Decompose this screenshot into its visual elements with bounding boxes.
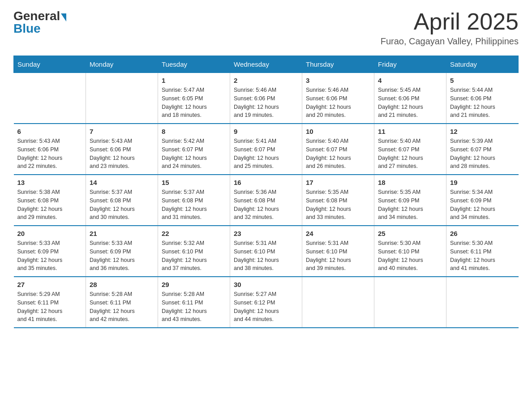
day-number: 29 (162, 281, 226, 288)
day-cell: 13Sunrise: 5:38 AMSunset: 6:08 PMDayligh… (14, 175, 86, 226)
day-info: Sunrise: 5:38 AMSunset: 6:08 PMDaylight:… (17, 189, 63, 220)
day-number: 23 (234, 230, 298, 237)
header-row: SundayMondayTuesdayWednesdayThursdayFrid… (14, 56, 519, 73)
header-cell-saturday: Saturday (446, 56, 519, 73)
week-row-4: 20Sunrise: 5:33 AMSunset: 6:09 PMDayligh… (14, 226, 519, 277)
day-info: Sunrise: 5:34 AMSunset: 6:09 PMDaylight:… (450, 189, 495, 220)
header-cell-thursday: Thursday (302, 56, 374, 73)
day-info: Sunrise: 5:37 AMSunset: 6:08 PMDaylight:… (90, 189, 135, 220)
header-cell-tuesday: Tuesday (158, 56, 230, 73)
day-info: Sunrise: 5:37 AMSunset: 6:08 PMDaylight:… (162, 189, 207, 220)
day-number: 1 (162, 77, 226, 84)
day-cell: 20Sunrise: 5:33 AMSunset: 6:09 PMDayligh… (14, 226, 86, 277)
day-info: Sunrise: 5:30 AMSunset: 6:10 PMDaylight:… (378, 240, 423, 271)
calendar-body: 1Sunrise: 5:47 AMSunset: 6:05 PMDaylight… (14, 73, 519, 328)
day-number: 7 (90, 128, 154, 135)
day-number: 17 (306, 179, 370, 186)
day-cell: 23Sunrise: 5:31 AMSunset: 6:10 PMDayligh… (230, 226, 302, 277)
day-number: 10 (306, 128, 370, 135)
day-info: Sunrise: 5:40 AMSunset: 6:07 PMDaylight:… (378, 138, 423, 169)
day-number: 12 (450, 128, 515, 135)
day-number: 14 (90, 179, 154, 186)
day-cell: 8Sunrise: 5:42 AMSunset: 6:07 PMDaylight… (158, 124, 230, 175)
day-cell: 15Sunrise: 5:37 AMSunset: 6:08 PMDayligh… (158, 175, 230, 226)
day-cell: 4Sunrise: 5:45 AMSunset: 6:06 PMDaylight… (374, 73, 446, 124)
day-number: 28 (90, 281, 154, 288)
day-cell: 27Sunrise: 5:29 AMSunset: 6:11 PMDayligh… (14, 277, 86, 328)
header-cell-sunday: Sunday (14, 56, 86, 73)
day-info: Sunrise: 5:44 AMSunset: 6:06 PMDaylight:… (450, 87, 495, 118)
day-cell (86, 73, 158, 124)
day-number: 2 (234, 77, 298, 84)
logo-blue: Blue (13, 21, 41, 36)
day-number: 15 (162, 179, 226, 186)
day-info: Sunrise: 5:30 AMSunset: 6:11 PMDaylight:… (450, 240, 495, 271)
day-info: Sunrise: 5:43 AMSunset: 6:06 PMDaylight:… (17, 138, 63, 169)
day-info: Sunrise: 5:28 AMSunset: 6:11 PMDaylight:… (162, 291, 207, 322)
day-info: Sunrise: 5:33 AMSunset: 6:09 PMDaylight:… (90, 240, 135, 271)
day-number: 6 (17, 128, 82, 135)
calendar-header: SundayMondayTuesdayWednesdayThursdayFrid… (14, 56, 519, 73)
day-cell: 30Sunrise: 5:27 AMSunset: 6:12 PMDayligh… (230, 277, 302, 328)
day-info: Sunrise: 5:42 AMSunset: 6:07 PMDaylight:… (162, 138, 207, 169)
day-number: 25 (378, 230, 442, 237)
day-cell: 25Sunrise: 5:30 AMSunset: 6:10 PMDayligh… (374, 226, 446, 277)
day-cell: 19Sunrise: 5:34 AMSunset: 6:09 PMDayligh… (446, 175, 519, 226)
day-number: 21 (90, 230, 154, 237)
calendar-table: SundayMondayTuesdayWednesdayThursdayFrid… (13, 56, 519, 328)
day-cell: 28Sunrise: 5:28 AMSunset: 6:11 PMDayligh… (86, 277, 158, 328)
day-info: Sunrise: 5:27 AMSunset: 6:12 PMDaylight:… (234, 291, 279, 322)
day-info: Sunrise: 5:46 AMSunset: 6:06 PMDaylight:… (306, 87, 351, 118)
day-info: Sunrise: 5:31 AMSunset: 6:10 PMDaylight:… (234, 240, 279, 271)
day-number: 24 (306, 230, 370, 237)
day-number: 4 (378, 77, 442, 84)
day-info: Sunrise: 5:35 AMSunset: 6:09 PMDaylight:… (378, 189, 423, 220)
header-cell-wednesday: Wednesday (230, 56, 302, 73)
day-info: Sunrise: 5:29 AMSunset: 6:11 PMDaylight:… (17, 291, 63, 322)
day-cell: 21Sunrise: 5:33 AMSunset: 6:09 PMDayligh… (86, 226, 158, 277)
day-number: 13 (17, 179, 82, 186)
day-info: Sunrise: 5:32 AMSunset: 6:10 PMDaylight:… (162, 240, 207, 271)
day-cell (446, 277, 519, 328)
header-cell-friday: Friday (374, 56, 446, 73)
week-row-5: 27Sunrise: 5:29 AMSunset: 6:11 PMDayligh… (14, 277, 519, 328)
week-row-2: 6Sunrise: 5:43 AMSunset: 6:06 PMDaylight… (14, 124, 519, 175)
day-info: Sunrise: 5:31 AMSunset: 6:10 PMDaylight:… (306, 240, 351, 271)
day-cell (14, 73, 86, 124)
header-cell-monday: Monday (86, 56, 158, 73)
day-info: Sunrise: 5:40 AMSunset: 6:07 PMDaylight:… (306, 138, 351, 169)
day-cell: 29Sunrise: 5:28 AMSunset: 6:11 PMDayligh… (158, 277, 230, 328)
day-cell: 1Sunrise: 5:47 AMSunset: 6:05 PMDaylight… (158, 73, 230, 124)
day-cell: 26Sunrise: 5:30 AMSunset: 6:11 PMDayligh… (446, 226, 519, 277)
day-cell: 11Sunrise: 5:40 AMSunset: 6:07 PMDayligh… (374, 124, 446, 175)
day-number: 11 (378, 128, 442, 135)
day-info: Sunrise: 5:45 AMSunset: 6:06 PMDaylight:… (378, 87, 423, 118)
location-title: Furao, Cagayan Valley, Philippines (381, 36, 519, 47)
day-info: Sunrise: 5:36 AMSunset: 6:08 PMDaylight:… (234, 189, 279, 220)
day-cell: 16Sunrise: 5:36 AMSunset: 6:08 PMDayligh… (230, 175, 302, 226)
day-info: Sunrise: 5:43 AMSunset: 6:06 PMDaylight:… (90, 138, 135, 169)
day-number: 22 (162, 230, 226, 237)
day-info: Sunrise: 5:47 AMSunset: 6:05 PMDaylight:… (162, 87, 207, 118)
day-cell: 3Sunrise: 5:46 AMSunset: 6:06 PMDaylight… (302, 73, 374, 124)
page-header: General Blue April 2025 Furao, Cagayan V… (13, 9, 519, 47)
logo: General Blue (13, 9, 66, 36)
day-number: 5 (450, 77, 515, 84)
week-row-1: 1Sunrise: 5:47 AMSunset: 6:05 PMDaylight… (14, 73, 519, 124)
day-info: Sunrise: 5:28 AMSunset: 6:11 PMDaylight:… (90, 291, 135, 322)
day-cell (302, 277, 374, 328)
day-info: Sunrise: 5:41 AMSunset: 6:07 PMDaylight:… (234, 138, 279, 169)
day-cell: 5Sunrise: 5:44 AMSunset: 6:06 PMDaylight… (446, 73, 519, 124)
day-info: Sunrise: 5:35 AMSunset: 6:08 PMDaylight:… (306, 189, 351, 220)
day-cell: 6Sunrise: 5:43 AMSunset: 6:06 PMDaylight… (14, 124, 86, 175)
day-cell: 9Sunrise: 5:41 AMSunset: 6:07 PMDaylight… (230, 124, 302, 175)
week-row-3: 13Sunrise: 5:38 AMSunset: 6:08 PMDayligh… (14, 175, 519, 226)
title-block: April 2025 Furao, Cagayan Valley, Philip… (381, 9, 519, 47)
day-cell (374, 277, 446, 328)
day-cell: 18Sunrise: 5:35 AMSunset: 6:09 PMDayligh… (374, 175, 446, 226)
day-cell: 7Sunrise: 5:43 AMSunset: 6:06 PMDaylight… (86, 124, 158, 175)
day-number: 9 (234, 128, 298, 135)
day-number: 16 (234, 179, 298, 186)
logo-arrow-icon (61, 13, 66, 21)
day-cell: 17Sunrise: 5:35 AMSunset: 6:08 PMDayligh… (302, 175, 374, 226)
